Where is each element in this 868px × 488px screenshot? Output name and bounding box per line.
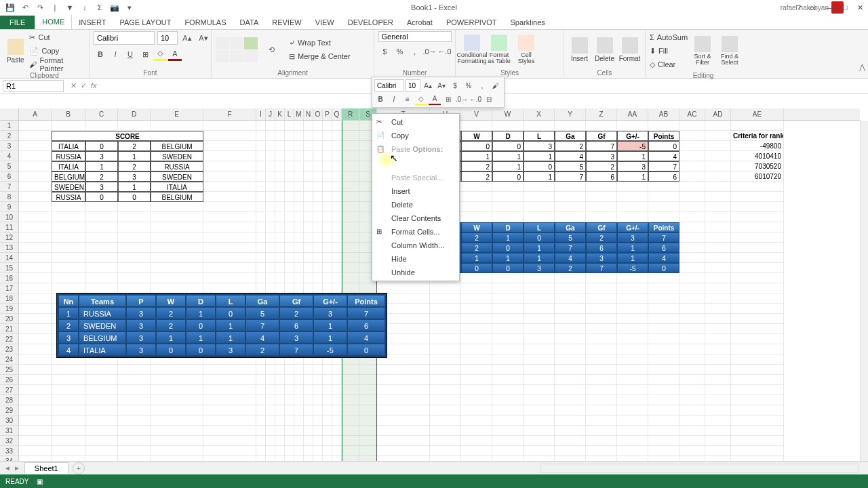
- decrease-font-icon[interactable]: A▾: [197, 31, 210, 45]
- column-header-Z[interactable]: Z: [586, 108, 617, 120]
- orientation-icon[interactable]: ⟲: [264, 43, 278, 56]
- alignment-buttons[interactable]: [216, 37, 258, 62]
- sheet-tab-1[interactable]: Sheet1: [24, 462, 68, 474]
- row-header-5[interactable]: 5: [0, 161, 19, 171]
- row-header-34[interactable]: 34: [0, 456, 19, 461]
- column-header-R[interactable]: R: [342, 108, 359, 120]
- row-header-30[interactable]: 30: [0, 415, 19, 426]
- row-header-29[interactable]: 29: [0, 405, 19, 415]
- tab-review[interactable]: REVIEW: [265, 16, 308, 29]
- row-header-15[interactable]: 15: [0, 263, 19, 273]
- minimize-icon[interactable]: —: [825, 3, 835, 12]
- sheet-nav-next-icon[interactable]: ►: [14, 464, 20, 472]
- tab-home[interactable]: HOME: [35, 14, 72, 29]
- format-painter-button[interactable]: 🖌 Format Painter: [29, 58, 85, 70]
- mini-fill-color-icon[interactable]: ◇: [415, 93, 427, 105]
- row-header-10[interactable]: 10: [0, 212, 19, 222]
- increase-decimal-icon[interactable]: .0→: [423, 45, 437, 58]
- cut-button[interactable]: ✂ Cut: [29, 31, 85, 43]
- autosum-button[interactable]: Σ AutoSum: [650, 31, 688, 43]
- number-format-combo[interactable]: [378, 31, 452, 42]
- column-header-AC[interactable]: AC: [679, 108, 705, 120]
- find-select-button[interactable]: Find & Select: [717, 36, 742, 66]
- mini-italic-icon[interactable]: I: [388, 93, 400, 105]
- comma-icon[interactable]: ,: [408, 45, 422, 58]
- mini-currency-icon[interactable]: $: [449, 79, 461, 92]
- column-header-P[interactable]: P: [323, 108, 332, 120]
- fx-icon[interactable]: fx: [91, 81, 97, 90]
- tab-acrobat[interactable]: Acrobat: [400, 16, 439, 29]
- context-cut[interactable]: ✂Cut: [372, 115, 459, 129]
- column-header-V[interactable]: V: [461, 108, 492, 120]
- merge-center-button[interactable]: ⊟ Merge & Center: [289, 50, 351, 62]
- mini-font-combo[interactable]: [374, 79, 404, 92]
- row-header-3[interactable]: 3: [0, 141, 19, 151]
- copy-button[interactable]: 📄 Copy: [29, 45, 85, 57]
- filter-icon[interactable]: ▼: [64, 1, 76, 14]
- row-header-25[interactable]: 25: [0, 365, 19, 375]
- italic-button[interactable]: I: [108, 47, 122, 61]
- row-header-12[interactable]: 12: [0, 232, 19, 243]
- mini-dec-dec-icon[interactable]: ←.0: [469, 93, 481, 105]
- decrease-decimal-icon[interactable]: ←.0: [438, 45, 452, 58]
- row-header-27[interactable]: 27: [0, 385, 19, 395]
- percent-icon[interactable]: %: [393, 45, 407, 58]
- row-header-1[interactable]: 1: [0, 121, 19, 131]
- sheet-nav-prev-icon[interactable]: ◄: [4, 464, 11, 472]
- cell-styles-button[interactable]: Cell Styles: [514, 35, 538, 64]
- row-header-28[interactable]: 28: [0, 395, 19, 405]
- context-insert[interactable]: Insert: [372, 184, 459, 198]
- column-header-AA[interactable]: AA: [617, 108, 648, 120]
- tab-view[interactable]: VIEW: [309, 16, 341, 29]
- row-header-22[interactable]: 22: [0, 334, 19, 344]
- add-sheet-button[interactable]: +: [73, 462, 85, 474]
- vertical-scrollbar[interactable]: [860, 121, 868, 461]
- column-header-AB[interactable]: AB: [648, 108, 679, 120]
- cancel-formula-icon[interactable]: ✕: [71, 81, 77, 90]
- column-header-O[interactable]: O: [313, 108, 323, 120]
- qat-dropdown-icon[interactable]: ▾: [123, 1, 136, 14]
- column-header-A[interactable]: A: [19, 108, 52, 120]
- column-header-K[interactable]: K: [275, 108, 285, 120]
- name-box[interactable]: [3, 80, 64, 92]
- row-header-31[interactable]: 31: [0, 426, 19, 436]
- macro-record-icon[interactable]: ▣: [37, 478, 43, 485]
- mini-decrease-font-icon[interactable]: A▾: [435, 79, 448, 92]
- tab-developer[interactable]: DEVELOPER: [341, 16, 400, 29]
- mini-percent-icon[interactable]: %: [462, 79, 475, 92]
- column-header-AE[interactable]: AE: [731, 108, 784, 120]
- tab-insert[interactable]: INSERT: [72, 16, 113, 29]
- column-header-F[interactable]: F: [203, 108, 256, 120]
- column-header-D[interactable]: D: [118, 108, 151, 120]
- ribbon-options-icon[interactable]: ▭: [807, 3, 818, 12]
- paste-button[interactable]: Paste: [4, 39, 26, 64]
- row-header-11[interactable]: 11: [0, 222, 19, 232]
- column-header-Y[interactable]: Y: [555, 108, 586, 120]
- bold-button[interactable]: B: [94, 47, 107, 61]
- column-header-X[interactable]: X: [524, 108, 555, 120]
- row-header-4[interactable]: 4: [0, 151, 19, 161]
- wrap-text-button[interactable]: ⤶ Wrap Text: [289, 37, 351, 49]
- mini-size-combo[interactable]: [406, 79, 420, 92]
- font-color-button[interactable]: A: [168, 47, 182, 61]
- font-name-combo[interactable]: [94, 31, 155, 45]
- column-header-L[interactable]: L: [285, 108, 294, 120]
- row-header-19[interactable]: 19: [0, 304, 19, 314]
- tab-data[interactable]: DATA: [233, 16, 266, 29]
- tab-page-layout[interactable]: PAGE LAYOUT: [113, 16, 178, 29]
- tab-powerpivot[interactable]: POWERPIVOT: [439, 16, 504, 29]
- row-header-7[interactable]: 7: [0, 182, 19, 192]
- maximize-icon[interactable]: □: [840, 3, 850, 12]
- format-cells-button[interactable]: Format: [618, 37, 641, 62]
- redo-icon[interactable]: ↷: [34, 1, 46, 14]
- mini-bold-icon[interactable]: B: [374, 93, 387, 105]
- tab-file[interactable]: FILE: [0, 16, 35, 29]
- context-unhide[interactable]: Unhide: [372, 266, 459, 279]
- mini-align-icon[interactable]: ≡: [401, 93, 414, 105]
- select-all-corner[interactable]: [0, 108, 19, 121]
- camera-icon[interactable]: 📷: [108, 1, 121, 14]
- row-header-17[interactable]: 17: [0, 283, 19, 293]
- column-header-AD[interactable]: AD: [705, 108, 731, 120]
- column-header-W[interactable]: W: [492, 108, 524, 120]
- column-header-N[interactable]: N: [304, 108, 313, 120]
